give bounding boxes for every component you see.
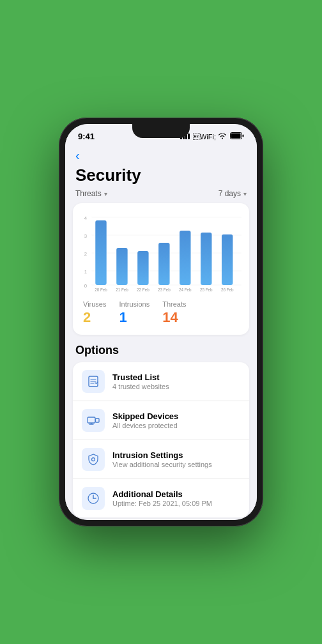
chart-stats: Viruses 2 Intrusions 1 Threats 14 (80, 300, 241, 326)
stat-intrusions-value: 1 (119, 309, 150, 326)
bar-3 (158, 243, 169, 285)
bar-0 (95, 220, 106, 285)
svg-text:24 Feb: 24 Feb (179, 288, 192, 292)
svg-text:20 Feb: 20 Feb (95, 288, 107, 292)
back-button[interactable]: ‹ (75, 148, 80, 163)
bar-5 (201, 233, 211, 285)
status-time: 9:41 (78, 132, 95, 141)
skipped-devices-subtitle: All devices protected (112, 422, 178, 429)
trusted-list-title: Trusted List (112, 372, 169, 382)
filter-days-chevron: ▾ (243, 190, 247, 197)
svg-text:4: 4 (84, 215, 88, 221)
intrusion-settings-icon (82, 448, 105, 471)
skipped-devices-icon (82, 409, 105, 432)
trusted-list-text: Trusted List 4 trusted websites (112, 372, 169, 390)
filter-type-chevron: ▾ (104, 190, 107, 197)
additional-details-subtitle: Uptime: Feb 25 2021, 05:09 PM (112, 500, 212, 507)
svg-point-28 (92, 458, 95, 461)
filter-days-button[interactable]: 7 days ▾ (218, 189, 247, 198)
svg-rect-25 (96, 418, 100, 422)
status-icons: WiFi; (180, 130, 244, 142)
svg-text:1: 1 (84, 269, 87, 275)
option-intrusion-settings[interactable]: Intrusion Settings View additional secur… (73, 440, 249, 479)
options-card: Trusted List 4 trusted websites (73, 362, 249, 518)
bar-chart-svg: 4 3 2 1 0 (80, 211, 241, 294)
svg-text:0: 0 (84, 283, 88, 289)
svg-rect-24 (88, 417, 95, 423)
filter-type-button[interactable]: Threats ▾ (75, 189, 107, 198)
trusted-list-icon (82, 370, 105, 393)
svg-text:25 Feb: 25 Feb (200, 288, 213, 292)
svg-text:22 Feb: 22 Feb (137, 288, 150, 292)
bar-chart-area: 4 3 2 1 0 (80, 211, 241, 294)
intrusion-settings-title: Intrusion Settings (112, 450, 212, 460)
stat-threats-label: Threats (162, 300, 186, 308)
bar-4 (180, 231, 190, 285)
stat-viruses-label: Viruses (83, 300, 106, 308)
skipped-devices-text: Skipped Devices All devices protected (112, 411, 178, 429)
options-section-title: Options (65, 344, 257, 362)
battery-icon (230, 130, 244, 142)
phone-frame: 9:41 WiFi; (59, 118, 263, 526)
stat-threats: Threats 14 (162, 300, 186, 326)
option-trusted-list[interactable]: Trusted List 4 trusted websites (73, 362, 249, 401)
option-skipped-devices[interactable]: Skipped Devices All devices protected (73, 401, 249, 440)
page-header: ‹ Security Threats ▾ 7 days ▾ (65, 144, 257, 203)
svg-text:2: 2 (84, 251, 87, 257)
trusted-list-subtitle: 4 trusted websites (112, 383, 169, 390)
content-area: ‹ Security Threats ▾ 7 days ▾ (65, 144, 257, 520)
phone-notch (132, 124, 190, 138)
option-additional-details[interactable]: Additional Details Uptime: Feb 25 2021, … (73, 479, 249, 518)
skipped-devices-title: Skipped Devices (112, 411, 178, 421)
additional-details-icon (82, 487, 105, 510)
additional-details-text: Additional Details Uptime: Feb 25 2021, … (112, 489, 212, 507)
svg-text:26 Feb: 26 Feb (221, 288, 234, 292)
stat-viruses: Viruses 2 (83, 300, 106, 326)
stat-intrusions: Intrusions 1 (119, 300, 150, 326)
bar-6 (222, 234, 233, 285)
page-title: Security (75, 165, 247, 185)
stat-intrusions-label: Intrusions (119, 300, 150, 308)
wifi-icon: WiFi; (193, 132, 227, 141)
filter-type-label: Threats (75, 189, 102, 198)
intrusion-settings-text: Intrusion Settings View additional secur… (112, 450, 212, 468)
stat-viruses-value: 2 (83, 309, 106, 326)
intrusion-settings-subtitle: View additional security settings (112, 461, 212, 468)
svg-rect-1 (231, 134, 241, 139)
stat-threats-value: 14 (162, 309, 186, 326)
additional-details-title: Additional Details (112, 489, 212, 499)
svg-text:23 Feb: 23 Feb (158, 288, 171, 292)
svg-text:3: 3 (84, 233, 88, 239)
svg-rect-2 (243, 135, 244, 137)
chart-card: 4 3 2 1 0 (73, 203, 249, 335)
filter-row: Threats ▾ 7 days ▾ (75, 189, 247, 198)
filter-days-label: 7 days (218, 189, 241, 198)
bar-2 (137, 251, 148, 285)
bar-1 (116, 248, 127, 285)
phone-screen: 9:41 WiFi; (65, 124, 257, 520)
svg-text:21 Feb: 21 Feb (116, 288, 128, 292)
